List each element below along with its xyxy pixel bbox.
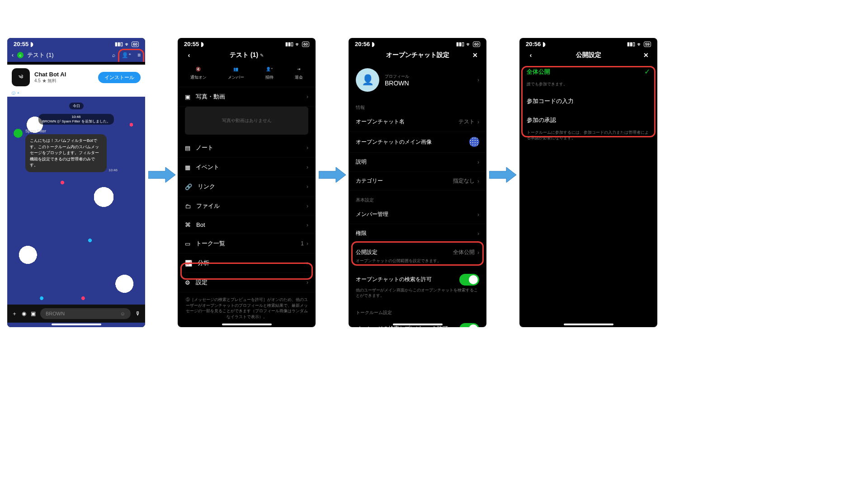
gear-icon: ⚙ bbox=[185, 279, 190, 286]
preview-toggle[interactable] bbox=[459, 323, 479, 327]
moon-icon: ◗ bbox=[542, 41, 546, 47]
screen-3-openchat-settings: 20:56◗ ▮▮▯ᯤ60 オープンチャット設定 ✕ 👤 プロフィール BROW… bbox=[349, 38, 486, 327]
avatar: 👤 bbox=[356, 68, 379, 92]
photos-empty: 写真や動画はありません bbox=[185, 107, 308, 135]
footer-note: ⑤［メッセージの検索とプレビューを許可］がオンのため、他のユーザーがオープンチャ… bbox=[178, 292, 316, 324]
ad-info-icon[interactable]: ⓘ bbox=[12, 91, 15, 96]
option-approve[interactable]: 参加の承認 bbox=[519, 111, 657, 130]
search-toggle[interactable] bbox=[459, 274, 479, 286]
photos-row[interactable]: ▣写真・動画› bbox=[178, 87, 316, 107]
system-message: 10:46BROWN が Spam Filter を追加しました。 bbox=[38, 114, 113, 125]
home-indicator[interactable] bbox=[222, 324, 272, 325]
openchat-image-row[interactable]: オープンチャットのメイン画像 bbox=[349, 131, 486, 153]
search-allow-row: オープンチャットの検索を許可 他のユーザーがメイン画面からこのオープンチャットを… bbox=[349, 268, 486, 303]
bot-row[interactable]: ⌘Bot› bbox=[178, 216, 316, 234]
arrow-icon bbox=[319, 167, 346, 183]
members-row[interactable]: メンバー管理› bbox=[349, 205, 486, 224]
talklist-row[interactable]: ▭トーク一覧1› bbox=[178, 234, 316, 253]
bot-message: こんにちは！スパムフィルターBotです。このトークルーム内のスパムメッセージをブ… bbox=[25, 134, 107, 172]
home-indicator[interactable] bbox=[564, 324, 613, 325]
toolbar: 🔇通知オン 👥メンバー 👤⁺招待 ⇥退会 bbox=[178, 62, 316, 87]
list-icon: ▭ bbox=[185, 240, 190, 247]
status-bar: 20:56◗ ▮▮▯ᯤ59 bbox=[519, 38, 657, 48]
ad-app-icon: ༄ bbox=[12, 68, 30, 86]
bot-icon: ⌘ bbox=[185, 221, 191, 228]
invite-button[interactable]: 👤⁺招待 bbox=[265, 66, 274, 80]
moon-icon: ◗ bbox=[30, 41, 33, 47]
status-bar: 20:55◗ ▮▮▯ᯤ60 bbox=[7, 38, 145, 48]
nav-bar: オープンチャット設定 ✕ bbox=[349, 48, 486, 62]
chevron-right-icon: › bbox=[307, 94, 308, 100]
signal-icon: ▮▮▯ bbox=[285, 41, 293, 47]
invite-icon: 👤⁺ bbox=[266, 66, 273, 73]
settings-row[interactable]: ⚙設定› bbox=[178, 273, 316, 292]
search-icon[interactable]: ⌕ bbox=[112, 52, 115, 58]
ad-close-icon[interactable]: × bbox=[17, 91, 19, 96]
preview-allow-row: メッセージの検索とプレビューを許可 bbox=[349, 318, 486, 327]
screen-2-menu: 20:55◗ ▮▮▯ᯤ60 ‹ テスト (1) ✎ 🔇通知オン 👥メンバー 👤⁺… bbox=[178, 38, 316, 327]
folder-icon: 🗀 bbox=[185, 203, 191, 210]
home-indicator[interactable] bbox=[393, 324, 443, 325]
permissions-row[interactable]: 権限› bbox=[349, 224, 486, 243]
wifi-icon: ᯤ bbox=[466, 42, 471, 47]
notify-button[interactable]: 🔇通知オン bbox=[190, 66, 207, 80]
signal-icon: ▮▮▯ bbox=[115, 41, 123, 47]
back-button[interactable]: ‹ bbox=[524, 52, 538, 59]
members-icon: 👥 bbox=[232, 66, 240, 73]
input-bar: ＋ ◉ ▣ BROWN ☺ 🎙 bbox=[7, 305, 145, 323]
close-button[interactable]: ✕ bbox=[468, 52, 482, 59]
ad-title: Chat Bot AI bbox=[34, 71, 94, 78]
signal-icon: ▮▮▯ bbox=[456, 41, 464, 47]
ad-banner[interactable]: ༄ Chat Bot AI 4.5 ★ 無料 インストール bbox=[7, 65, 145, 90]
message-input[interactable]: BROWN ☺ bbox=[40, 308, 131, 319]
option-public[interactable]: 全体公開✓ 誰でも参加できます。 bbox=[519, 62, 657, 92]
back-button[interactable]: ‹ bbox=[182, 52, 196, 59]
edit-icon[interactable]: ✎ bbox=[260, 53, 264, 58]
note-row[interactable]: ▤ノート› bbox=[178, 138, 316, 158]
battery: 60 bbox=[132, 42, 139, 47]
mute-icon: 🔇 bbox=[195, 66, 202, 73]
photos-icon: ▣ bbox=[185, 94, 190, 100]
moon-icon: ◗ bbox=[372, 41, 375, 47]
wifi-icon: ᯤ bbox=[637, 42, 642, 47]
category-row[interactable]: カテゴリー指定なし› bbox=[349, 172, 486, 191]
link-icon: 🔗 bbox=[185, 183, 192, 190]
date-pill: 今日 bbox=[69, 103, 84, 109]
file-row[interactable]: 🗀ファイル› bbox=[178, 197, 316, 216]
close-button[interactable]: ✕ bbox=[639, 52, 653, 59]
time: 20:55 bbox=[14, 41, 28, 47]
members-button[interactable]: 👥メンバー bbox=[228, 66, 244, 80]
note-icon: ▤ bbox=[185, 145, 190, 151]
openchat-badge-icon: c bbox=[17, 52, 24, 58]
event-row[interactable]: ▦イベント› bbox=[178, 158, 316, 177]
gallery-icon[interactable]: ▣ bbox=[31, 310, 36, 317]
description-row[interactable]: 説明› bbox=[349, 153, 486, 172]
leave-button[interactable]: ⇥退会 bbox=[295, 66, 303, 80]
mic-icon[interactable]: 🎙 bbox=[135, 310, 141, 317]
screen-1-chat: 20:55◗ ▮▮▯ᯤ60 ‹ c テスト (1) ⌕ 👤⁺ ≡ ༄ Chat … bbox=[7, 38, 145, 327]
svg-marker-0 bbox=[148, 167, 175, 183]
option-code[interactable]: 参加コードの入力 bbox=[519, 92, 657, 111]
profile-row[interactable]: 👤 プロフィール BROWN › bbox=[349, 62, 486, 98]
status-bar: 20:56◗ ▮▮▯ᯤ60 bbox=[349, 38, 486, 48]
camera-icon[interactable]: ◉ bbox=[22, 310, 26, 317]
plus-icon[interactable]: ＋ bbox=[12, 310, 17, 318]
openchat-name-row[interactable]: オープンチャット名テスト› bbox=[349, 113, 486, 131]
back-icon[interactable]: ‹ bbox=[12, 52, 14, 58]
visibility-row[interactable]: 公開設定全体公開› オープンチャットの公開範囲を設定できます。 bbox=[349, 243, 486, 268]
analytics-row[interactable]: 📈分析› bbox=[178, 253, 316, 273]
nav-bar: ‹ 公開設定 ✕ bbox=[519, 48, 657, 62]
arrow-icon bbox=[489, 167, 516, 183]
bot-name: Spam Filter bbox=[25, 129, 118, 133]
svg-marker-1 bbox=[319, 167, 346, 183]
bot-avatar[interactable] bbox=[14, 129, 23, 138]
home-indicator[interactable] bbox=[52, 324, 101, 325]
link-row[interactable]: 🔗リンク› bbox=[178, 177, 316, 197]
calendar-icon: ▦ bbox=[185, 164, 190, 171]
emoji-icon[interactable]: ☺ bbox=[120, 311, 125, 316]
install-button[interactable]: インストール bbox=[98, 72, 141, 83]
menu-icon[interactable]: ≡ bbox=[137, 52, 141, 58]
nav-bar: ‹ テスト (1) ✎ bbox=[178, 48, 316, 62]
wifi-icon: ᯤ bbox=[295, 42, 300, 47]
add-user-icon[interactable]: 👤⁺ bbox=[122, 52, 131, 58]
